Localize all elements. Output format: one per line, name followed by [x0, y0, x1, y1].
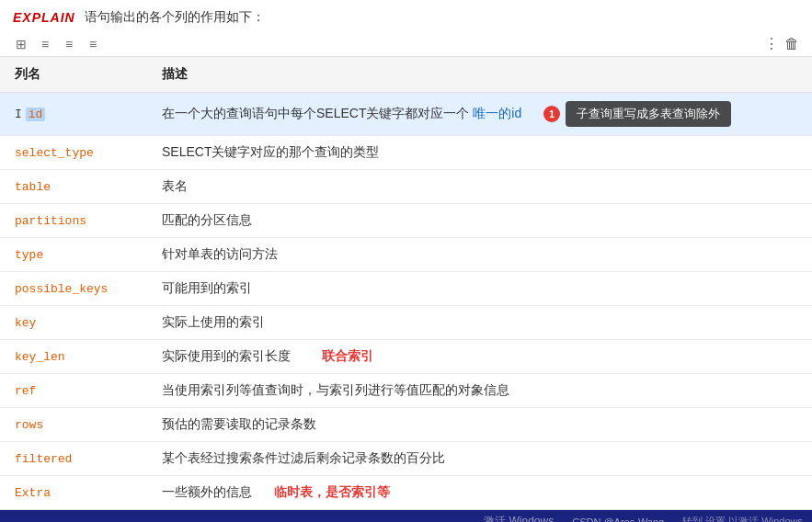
row-desc: 实际上使用的索引: [147, 306, 812, 340]
table-row[interactable]: I id 在一个大的查询语句中每个SELECT关键字都对应一个 唯一的id 1 …: [0, 93, 812, 136]
attribution: CSDN @Ares-Wang: [572, 516, 664, 523]
table-row[interactable]: Extra 一些额外的信息 临时表，是否索引等: [0, 476, 812, 510]
indent-icon[interactable]: ≡: [61, 36, 77, 52]
row-name: table: [0, 170, 147, 204]
row-desc: 某个表经过搜索条件过滤后剩余记录条数的百分比: [147, 442, 812, 476]
row-name: partitions: [0, 204, 147, 238]
desc-plain: 一些额外的信息: [162, 484, 252, 499]
col-name-header: 列名: [0, 57, 147, 93]
table-row[interactable]: type 针对单表的访问方法: [0, 238, 812, 272]
row-name: key_len: [0, 340, 147, 374]
row-desc: 实际使用到的索引长度 联合索引: [147, 340, 812, 374]
cursor-indicator: I: [15, 108, 22, 121]
indent2-icon[interactable]: ≡: [85, 36, 101, 52]
row-name: key: [0, 306, 147, 340]
table-row[interactable]: rows 预估的需要读取的记录条数: [0, 408, 812, 442]
table-row[interactable]: select_type SELECT关键字对应的那个查询的类型: [0, 136, 812, 170]
row-desc: 当使用索引列等值查询时，与索引列进行等值匹配的对象信息: [147, 374, 812, 408]
desc-highlight: 唯一的id: [473, 106, 521, 120]
table-row[interactable]: filtered 某个表经过搜索条件过滤后剩余记录条数的百分比: [0, 442, 812, 476]
table-row[interactable]: table 表名: [0, 170, 812, 204]
row-desc: 可能用到的索引: [147, 272, 812, 306]
list-icon[interactable]: ≡: [37, 36, 53, 52]
inline-emphasis: 联合索引: [322, 348, 373, 363]
row-name: rows: [0, 408, 147, 442]
table-row[interactable]: possible_keys 可能用到的索引: [0, 272, 812, 306]
table-row[interactable]: partitions 匹配的分区信息: [0, 204, 812, 238]
row-name: Extra: [0, 476, 147, 510]
bottom-bar: 激活 Windows CSDN @Ares-Wang 转到 设置 以激活 Win…: [0, 510, 812, 522]
inline-red: 临时表，是否索引等: [274, 484, 390, 499]
win-activate: 激活 Windows: [484, 514, 554, 522]
delete-icon[interactable]: 🗑: [784, 36, 799, 52]
more-icon[interactable]: ⋮: [764, 35, 779, 52]
row-name: possible_keys: [0, 272, 147, 306]
row-name: filtered: [0, 442, 147, 476]
action-text[interactable]: 转到 设置 以激活 Windows: [682, 515, 803, 522]
row-name: ref: [0, 374, 147, 408]
tooltip-box: 子查询重写成多表查询除外: [566, 101, 731, 127]
row-desc: 一些额外的信息 临时表，是否索引等: [147, 476, 812, 510]
header-desc: 语句输出的各个列的作用如下：: [85, 9, 265, 26]
desc-plain: 实际使用到的索引长度: [162, 348, 291, 363]
explain-keyword: EXPLAIN: [13, 10, 75, 25]
toolbar: ⊞ ≡ ≡ ≡ ⋮ 🗑: [0, 31, 812, 56]
row-name: type: [0, 238, 147, 272]
row-name: I id: [0, 93, 147, 136]
grid-icon[interactable]: ⊞: [13, 36, 29, 52]
id-value: id: [26, 108, 46, 121]
tooltip-badge: 1: [543, 106, 560, 122]
col-desc-header: 描述: [147, 57, 812, 93]
table-row[interactable]: ref 当使用索引列等值查询时，与索引列进行等值匹配的对象信息: [0, 374, 812, 408]
row-desc: SELECT关键字对应的那个查询的类型: [147, 136, 812, 170]
row-desc: 预估的需要读取的记录条数: [147, 408, 812, 442]
table-wrap: 列名 描述 I id 在一个大的查询语句中每个SELECT关键字都对应一个 唯一…: [0, 56, 812, 510]
row-name: select_type: [0, 136, 147, 170]
row-desc: 针对单表的访问方法: [147, 238, 812, 272]
row-desc: 匹配的分区信息: [147, 204, 812, 238]
row-desc: 表名: [147, 170, 812, 204]
row-desc: 在一个大的查询语句中每个SELECT关键字都对应一个 唯一的id 1 子查询重写…: [147, 93, 812, 136]
tooltip-area: 1 子查询重写成多表查询除外: [543, 101, 731, 127]
top-bar: EXPLAIN 语句输出的各个列的作用如下：: [0, 0, 812, 31]
desc-text: 在一个大的查询语句中每个SELECT关键字都对应一个: [162, 106, 473, 120]
table-row[interactable]: key_len 实际使用到的索引长度 联合索引: [0, 340, 812, 374]
table-row[interactable]: key 实际上使用的索引: [0, 306, 812, 340]
